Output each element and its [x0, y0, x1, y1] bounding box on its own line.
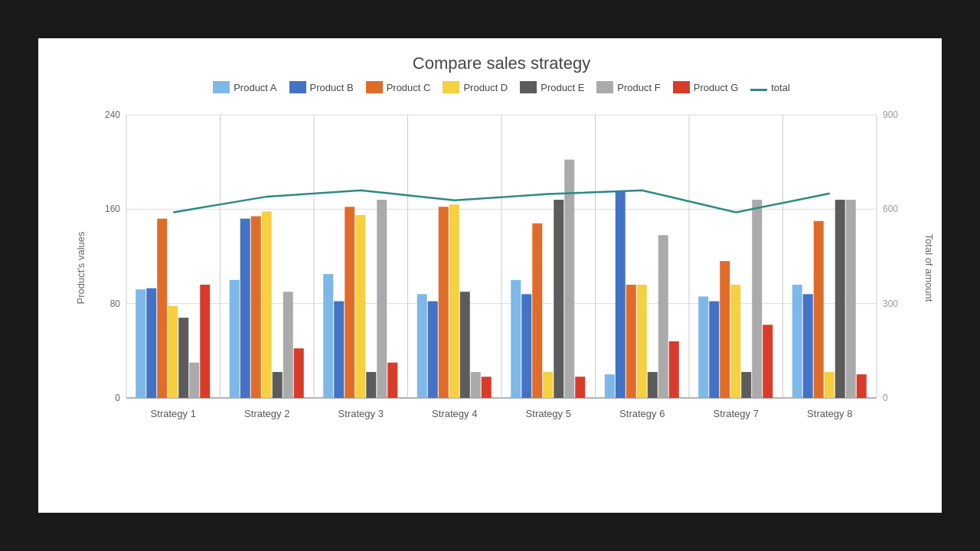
svg-text:0: 0	[883, 393, 888, 403]
bar	[428, 302, 438, 398]
x-label: Strategy 2	[244, 408, 289, 419]
legend-item: Product E	[520, 81, 584, 93]
bar	[146, 289, 156, 398]
legend-item: Product A	[213, 81, 276, 93]
bar	[439, 207, 449, 398]
bar	[387, 363, 397, 398]
legend-label: Product G	[694, 82, 739, 93]
bar	[741, 372, 751, 398]
bar	[532, 223, 542, 398]
bar	[273, 372, 283, 398]
legend-item: Product G	[673, 81, 739, 93]
svg-text:160: 160	[105, 204, 120, 214]
bar	[230, 280, 240, 398]
bar	[482, 377, 492, 398]
y-axis-left-label: Product's values	[75, 232, 87, 305]
bar	[157, 219, 167, 398]
bar	[792, 285, 802, 398]
bar	[334, 302, 344, 398]
bar	[355, 215, 365, 398]
x-label: Strategy 3	[338, 408, 384, 419]
x-label: Strategy 4	[432, 408, 477, 419]
bar	[564, 160, 574, 398]
bar	[669, 341, 679, 398]
bar	[763, 324, 773, 398]
bar	[575, 377, 585, 398]
bar	[835, 200, 845, 398]
x-label: Strategy 6	[619, 408, 665, 419]
bar	[240, 219, 250, 398]
bar	[814, 221, 824, 398]
bar	[857, 374, 867, 398]
bar	[637, 285, 647, 398]
bar	[460, 292, 470, 398]
x-label: Strategy 5	[526, 408, 571, 419]
bar	[698, 296, 708, 398]
bar	[417, 294, 427, 398]
bar	[471, 372, 481, 398]
bar	[709, 302, 719, 398]
legend-label: Product C	[387, 82, 431, 93]
bar	[262, 211, 272, 398]
bar	[616, 191, 626, 398]
bar	[752, 200, 762, 398]
y-axis-right-label: Total of amount	[923, 234, 935, 302]
bar	[251, 217, 261, 398]
chart-area: Product's values Total of amount 0801602…	[84, 99, 919, 436]
chart-title: Compare sales strategy	[84, 54, 919, 73]
svg-text:600: 600	[883, 204, 898, 214]
bar	[730, 285, 740, 398]
bar	[803, 294, 813, 398]
bar	[178, 318, 188, 398]
x-label: Strategy 8	[807, 408, 852, 419]
bar	[825, 372, 835, 398]
bar	[658, 235, 668, 398]
bar	[554, 200, 564, 398]
svg-text:0: 0	[115, 393, 120, 403]
chart-container: Compare sales strategy Product AProduct …	[38, 38, 942, 513]
bar	[345, 207, 354, 398]
bar	[200, 285, 210, 398]
bar	[648, 372, 658, 398]
svg-text:240: 240	[105, 109, 120, 120]
legend: Product AProduct BProduct CProduct DProd…	[84, 81, 919, 93]
legend-item: Product F	[596, 81, 660, 93]
legend-label: total	[771, 82, 790, 93]
legend-label: Product A	[234, 82, 276, 93]
bar	[846, 200, 856, 398]
bar	[720, 261, 730, 398]
bar	[449, 204, 459, 398]
bar	[626, 285, 636, 398]
svg-text:300: 300	[883, 298, 898, 309]
legend-label: Product B	[310, 82, 354, 93]
legend-item: total	[750, 82, 790, 93]
legend-item: Product B	[289, 81, 354, 93]
bar	[605, 374, 615, 398]
legend-label: Product F	[617, 82, 660, 93]
svg-text:900: 900	[883, 109, 898, 120]
bar	[323, 274, 333, 398]
bar-chart: 0801602400300600900Strategy 1Strategy 2S…	[84, 99, 919, 436]
bar	[511, 280, 521, 398]
bar	[283, 292, 293, 398]
legend-label: Product D	[463, 82, 508, 93]
legend-item: Product D	[443, 81, 508, 93]
bar	[377, 200, 387, 398]
bar	[189, 363, 199, 398]
bar	[168, 306, 178, 398]
bar	[543, 372, 553, 398]
legend-item: Product C	[366, 81, 431, 93]
svg-text:80: 80	[110, 298, 121, 309]
x-label: Strategy 1	[151, 408, 196, 419]
bar	[521, 294, 531, 398]
bar	[136, 289, 145, 398]
x-label: Strategy 7	[714, 408, 759, 419]
legend-label: Product E	[541, 82, 584, 93]
bar	[294, 348, 304, 398]
bar	[366, 372, 376, 398]
